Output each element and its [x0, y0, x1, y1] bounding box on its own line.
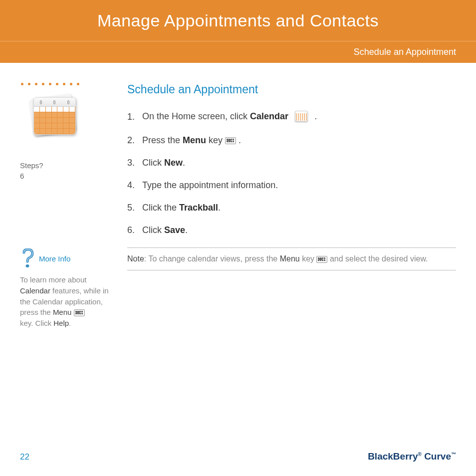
- step-text: Type the appointment information.: [142, 180, 278, 191]
- note-segment: : To change calendar views, press the: [144, 254, 280, 263]
- step-number: 6.: [127, 225, 142, 236]
- step-bold: New: [164, 158, 183, 168]
- step-text: On the Home screen, click Calendar .: [142, 110, 317, 123]
- step-bold: Calendar: [250, 111, 288, 121]
- registered-mark: ®: [418, 452, 421, 457]
- info-calendar-word: Calendar: [20, 286, 50, 295]
- step-item: 1.On the Home screen, click Calendar .: [127, 110, 456, 123]
- svg-point-0: [26, 264, 29, 267]
- brand-name: BlackBerry: [368, 451, 418, 462]
- info-text: To learn more about Calendar features, w…: [20, 274, 117, 329]
- step-number: 5.: [127, 203, 142, 213]
- page-header: Manage Appointments and Contacts: [0, 0, 476, 41]
- note-row: Note: To change calendar views, press th…: [127, 248, 456, 270]
- step-item: 3.Click New.: [127, 158, 456, 168]
- note-label: Note: [127, 254, 144, 263]
- calendar-icon: [27, 95, 80, 140]
- page-subtitle: Schedule an Appointment: [354, 47, 456, 57]
- step-text: Press the Menu key .: [142, 135, 241, 146]
- menu-key-icon: [316, 256, 327, 263]
- trademark-mark: ™: [451, 452, 456, 457]
- steps-label: Steps?: [20, 161, 43, 170]
- step-number: 3.: [127, 158, 142, 168]
- calendar-inline-icon: [294, 110, 309, 123]
- step-item: 2.Press the Menu key .: [127, 135, 456, 146]
- brand-model: Curve: [422, 451, 451, 462]
- step-text: Click the Trackball.: [142, 203, 221, 213]
- section-heading: Schedule an Appointment: [127, 83, 456, 96]
- page-subheader: Schedule an Appointment: [0, 41, 476, 63]
- brand-label: BlackBerry® Curve™: [368, 451, 456, 462]
- step-number: 1.: [127, 112, 142, 122]
- question-icon: [20, 248, 35, 268]
- step-bold: Menu: [183, 135, 206, 145]
- more-info-link[interactable]: More Info: [39, 254, 70, 263]
- main-content: Schedule an Appointment 1.On the Home sc…: [117, 83, 456, 329]
- step-item: 6.Click Save.: [127, 225, 456, 236]
- page-number: 22: [20, 452, 29, 462]
- info-text-segment: [71, 308, 73, 316]
- info-text-segment: To learn more about: [20, 275, 86, 284]
- step-item: 4.Type the appointment information.: [127, 180, 456, 191]
- content-area: Steps? 6 More Info To learn more about C…: [0, 63, 476, 329]
- footer: 22 BlackBerry® Curve™: [20, 451, 456, 462]
- steps-count: 6: [20, 172, 24, 180]
- sidebar: Steps? 6 More Info To learn more about C…: [20, 83, 117, 329]
- info-text-segment: key. Click: [20, 319, 53, 327]
- info-menu-word: Menu: [53, 308, 72, 316]
- note-segment: key: [300, 254, 317, 263]
- step-bold: Trackball: [179, 203, 218, 213]
- steps-list: 1.On the Home screen, click Calendar .2.…: [127, 110, 456, 236]
- decorative-dots: [20, 83, 117, 85]
- step-number: 4.: [127, 180, 142, 191]
- note-menu-word: Menu: [280, 254, 300, 263]
- menu-key-icon: [225, 137, 236, 144]
- more-info-row: More Info: [20, 248, 117, 268]
- step-text: Click New.: [142, 158, 185, 168]
- note-segment: and select the desired view.: [327, 254, 428, 263]
- steps-block: Steps? 6: [20, 160, 117, 181]
- info-help-word: Help: [53, 319, 69, 327]
- step-text: Click Save.: [142, 225, 188, 236]
- step-item: 5.Click the Trackball.: [127, 203, 456, 213]
- info-text-segment: .: [69, 319, 71, 327]
- page-title: Manage Appointments and Contacts: [97, 11, 379, 30]
- menu-key-icon: [74, 309, 85, 316]
- step-number: 2.: [127, 135, 142, 146]
- step-bold: Save: [164, 225, 185, 235]
